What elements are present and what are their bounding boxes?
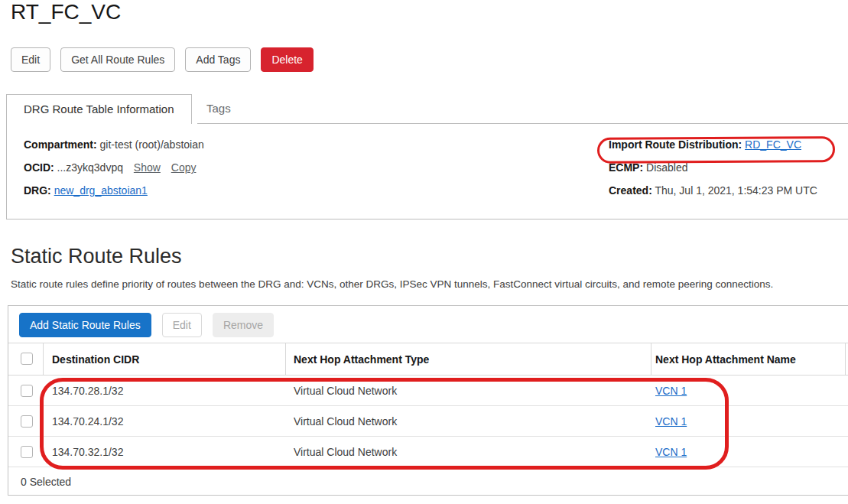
column-divider	[43, 343, 44, 375]
rules-edit-button[interactable]: Edit	[162, 313, 202, 337]
column-divider	[285, 343, 286, 375]
table-row: 134.70.24.1/32 Virtual Cloud Network VCN…	[8, 406, 848, 437]
import-route-distribution-field: Import Route Distribution: RD_FC_VC	[609, 138, 817, 151]
ecmp-label: ECMP:	[609, 161, 643, 174]
header-next-hop-attachment-type: Next Hop Attachment Type	[294, 353, 429, 366]
info-right-column: Import Route Distribution: RD_FC_VC ECMP…	[609, 138, 817, 206]
ocid-copy-link[interactable]: Copy	[171, 161, 197, 174]
compartment-label: Compartment:	[24, 138, 97, 151]
compartment-value: git-test (root)/abstoian	[100, 138, 204, 151]
page-title: RT_FC_VC	[11, 0, 121, 24]
table-header-row: Destination CIDR Next Hop Attachment Typ…	[8, 343, 848, 376]
selected-count: 0 Selected	[21, 476, 71, 488]
tab-drg-route-table-information[interactable]: DRG Route Table Information	[6, 94, 192, 124]
cell-destination-cidr: 134.70.24.1/32	[52, 415, 123, 428]
drg-label: DRG:	[24, 184, 51, 197]
ocid-show-link[interactable]: Show	[134, 161, 161, 174]
add-static-route-rules-button[interactable]: Add Static Route Rules	[19, 313, 151, 337]
row-checkbox[interactable]	[21, 385, 33, 397]
cell-next-hop-type: Virtual Cloud Network	[294, 385, 397, 397]
ocid-field: OCID: ...z3ykq3dvpq Show Copy	[24, 161, 204, 174]
ocid-label: OCID:	[24, 161, 54, 174]
drg-link[interactable]: new_drg_abstoian1	[54, 184, 148, 197]
created-label: Created:	[609, 184, 652, 197]
vcn-link[interactable]: VCN 1	[655, 385, 687, 397]
table-footer: 0 Selected	[8, 467, 848, 495]
created-value: Thu, Jul 1, 2021, 1:54:23 PM UTC	[655, 184, 817, 197]
cell-next-hop-type: Virtual Cloud Network	[294, 415, 397, 428]
static-route-rules-table-container: Add Static Route Rules Edit Remove Desti…	[8, 305, 848, 496]
drg-field: DRG: new_drg_abstoian1	[24, 184, 204, 197]
ocid-value: ...z3ykq3dvpq	[57, 161, 123, 174]
vcn-link[interactable]: VCN 1	[655, 446, 687, 458]
page-action-toolbar: Edit Get All Route Rules Add Tags Delete	[11, 47, 314, 72]
cell-next-hop-type: Virtual Cloud Network	[294, 446, 397, 458]
tab-tags[interactable]: Tags	[206, 102, 231, 115]
import-route-distribution-link[interactable]: RD_FC_VC	[745, 138, 801, 151]
created-field: Created: Thu, Jul 1, 2021, 1:54:23 PM UT…	[609, 184, 817, 197]
edit-button[interactable]: Edit	[11, 47, 50, 72]
get-all-route-rules-button[interactable]: Get All Route Rules	[60, 47, 175, 72]
ecmp-field: ECMP: Disabled	[609, 161, 817, 174]
delete-button[interactable]: Delete	[261, 47, 313, 72]
compartment-field: Compartment: git-test (root)/abstoian	[24, 138, 204, 151]
info-left-column: Compartment: git-test (root)/abstoian OC…	[24, 138, 204, 206]
add-tags-button[interactable]: Add Tags	[185, 47, 251, 72]
column-divider	[651, 343, 651, 375]
cell-destination-cidr: 134.70.32.1/32	[52, 446, 123, 458]
static-route-rules-heading: Static Route Rules	[11, 245, 182, 268]
drg-route-table-information-panel: Compartment: git-test (root)/abstoian OC…	[6, 123, 848, 219]
vcn-link[interactable]: VCN 1	[655, 415, 687, 428]
rules-toolbar: Add Static Route Rules Edit Remove	[19, 313, 274, 337]
row-checkbox[interactable]	[21, 415, 33, 428]
column-divider	[845, 343, 846, 375]
row-checkbox[interactable]	[21, 446, 33, 458]
import-route-distribution-label: Import Route Distribution:	[609, 138, 742, 151]
table-row: 134.70.32.1/32 Virtual Cloud Network VCN…	[8, 437, 848, 467]
header-next-hop-attachment-name: Next Hop Attachment Name	[655, 353, 796, 366]
cell-destination-cidr: 134.70.28.1/32	[52, 385, 123, 397]
header-destination-cidr: Destination CIDR	[52, 353, 139, 366]
ecmp-value: Disabled	[646, 161, 687, 174]
select-all-checkbox[interactable]	[21, 353, 33, 365]
static-route-rules-description: Static route rules define priority of ro…	[11, 278, 773, 290]
table-row: 134.70.28.1/32 Virtual Cloud Network VCN…	[8, 376, 848, 406]
rules-remove-button[interactable]: Remove	[213, 313, 274, 337]
